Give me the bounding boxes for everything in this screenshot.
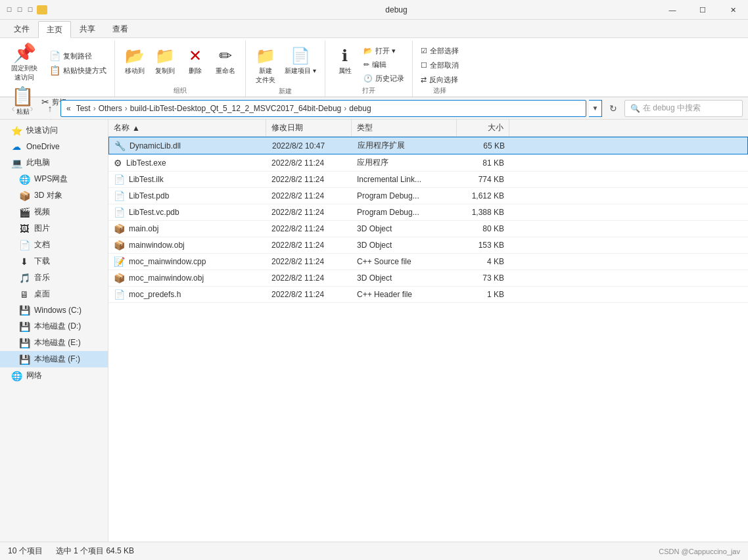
select-none-btn[interactable]: ☐ 全部取消 [418, 59, 461, 72]
file-icon: 📦 [114, 273, 125, 283]
quick-access-icon: ⭐ [11, 126, 22, 136]
ribbon-group-clipboard: 📌 固定到快速访问 📄 复制路径 📋 粘贴快捷方式 📋 粘贴 [3, 41, 115, 97]
file-row[interactable]: 🔧 DynamicLib.dll 2022/8/2 10:47 应用程序扩展 6… [108, 137, 748, 154]
up-button[interactable]: ↑ [42, 101, 58, 116]
open-icon: 📂 [363, 47, 373, 55]
file-name: moc_mainwindow.obj [129, 273, 204, 283]
sidebar-item-quick-access[interactable]: ⭐ 快速访问 [0, 122, 108, 139]
address-path[interactable]: « Test › Others › build-LibTest-Desktop_… [60, 100, 586, 117]
sidebar-item-this-pc[interactable]: 💻 此电脑 [0, 154, 108, 171]
select-none-icon: ☐ [421, 61, 427, 70]
open-btn[interactable]: 📂 打开 ▾ [361, 45, 407, 57]
path-seg-debug[interactable]: debug [349, 104, 371, 113]
sidebar-item-pictures[interactable]: 🖼 图片 [0, 220, 108, 237]
tab-share[interactable]: 共享 [71, 20, 104, 37]
select-buttons: ☑ 全部选择 ☐ 全部取消 ⇄ 反向选择 [418, 42, 461, 86]
paste-shortcut-button[interactable]: 📋 粘贴快捷方式 [47, 64, 109, 77]
sidebar-item-drive-c[interactable]: 💾 Windows (C:) [0, 302, 108, 318]
sidebar-item-drive-e[interactable]: 💾 本地磁盘 (E:) [0, 335, 108, 351]
file-list-header: 名称 ▲ 修改日期 类型 大小 [108, 120, 748, 137]
paste-shortcut-icon: 📋 [49, 65, 60, 76]
file-row[interactable]: ⚙ LibTest.exe 2022/8/2 11:24 应用程序 81 KB [108, 154, 748, 172]
sidebar-label-music: 音乐 [34, 272, 50, 283]
sidebar-item-drive-d[interactable]: 💾 本地磁盘 (D:) [0, 318, 108, 335]
sidebar-label-drive-e: 本地磁盘 (E:) [34, 337, 81, 348]
sidebar-item-documents[interactable]: 📄 文档 [0, 237, 108, 253]
copy-path-label: 复制路径 [63, 51, 92, 61]
pin-button[interactable]: 📌 固定到快速访问 [8, 42, 41, 84]
tab-home[interactable]: 主页 [38, 21, 71, 38]
path-seg-build[interactable]: build-LibTest-Desktop_Qt_5_12_2_MSVC2017… [130, 104, 342, 113]
file-icon: ⚙ [114, 158, 122, 168]
file-cell-type: Program Debug... [352, 205, 457, 220]
sidebar-item-wps[interactable]: 🌐 WPS网盘 [0, 171, 108, 187]
tab-view[interactable]: 查看 [104, 20, 137, 37]
edit-label: 编辑 [372, 60, 386, 70]
col-header-date[interactable]: 修改日期 [266, 120, 352, 136]
search-box[interactable]: 🔍 在 debug 中搜索 [624, 100, 743, 117]
file-cell-size: 1,612 KB [457, 189, 509, 203]
file-cell-name: 📄 LibTest.vc.pdb [108, 204, 266, 220]
refresh-button[interactable]: ↻ [605, 100, 622, 117]
file-name: LibTest.ilk [129, 175, 164, 184]
sidebar-label-onedrive: OneDrive [26, 142, 60, 151]
status-bar: 10 个项目 选中 1 个项目 64.5 KB CSDN @Cappuccino… [0, 542, 748, 560]
maximize-button[interactable]: ☐ [688, 0, 718, 20]
rename-button[interactable]: ✏ 重命名 [211, 45, 240, 78]
file-cell-date: 2022/8/2 11:24 [266, 254, 352, 269]
minimize-button[interactable]: — [657, 0, 688, 20]
history-label: 历史记录 [375, 74, 404, 83]
file-cell-name: ⚙ LibTest.exe [108, 155, 266, 171]
address-dropdown[interactable]: ▼ [589, 100, 602, 117]
sidebar-item-onedrive[interactable]: ☁ OneDrive [0, 139, 108, 154]
copy-to-button[interactable]: 📁 复制到 [151, 45, 179, 78]
file-row[interactable]: 📄 moc_predefs.h 2022/8/2 11:24 C++ Heade… [108, 287, 748, 303]
file-rows-container: 🔧 DynamicLib.dll 2022/8/2 10:47 应用程序扩展 6… [108, 137, 748, 303]
file-row[interactable]: 📦 mainwindow.obj 2022/8/2 11:24 3D Objec… [108, 237, 748, 254]
col-header-name[interactable]: 名称 ▲ [108, 120, 266, 136]
new-item-icon: 📄 [291, 47, 310, 65]
sidebar-item-drive-f[interactable]: 💾 本地磁盘 (F:) [0, 351, 108, 367]
forward-button[interactable]: › [24, 101, 39, 116]
close-button[interactable]: ✕ [718, 0, 748, 20]
file-row[interactable]: 📦 moc_mainwindow.obj 2022/8/2 11:24 3D O… [108, 270, 748, 287]
file-row[interactable]: 📦 main.obj 2022/8/2 11:24 3D Object 80 K… [108, 221, 748, 237]
file-icon: 📦 [114, 240, 125, 250]
edit-btn[interactable]: ✏ 编辑 [361, 58, 407, 71]
file-row[interactable]: 📝 moc_mainwindow.cpp 2022/8/2 11:24 C++ … [108, 254, 748, 270]
copy-path-button[interactable]: 📄 复制路径 [47, 49, 109, 62]
file-cell-name: 📦 mainwindow.obj [108, 237, 266, 253]
organize-label: 组织 [174, 86, 187, 97]
delete-button[interactable]: ✕ 删除 [181, 45, 210, 78]
tab-file[interactable]: 文件 [5, 20, 38, 37]
file-row[interactable]: 📄 LibTest.ilk 2022/8/2 11:24 Incremental… [108, 172, 748, 188]
file-icon: 📄 [114, 289, 125, 300]
file-name: moc_mainwindow.cpp [129, 257, 206, 266]
sidebar-item-network[interactable]: 🌐 网络 [0, 367, 108, 384]
file-cell-date: 2022/8/2 10:47 [267, 139, 352, 153]
new-item-button[interactable]: 📄 新建项目 ▾ [281, 45, 319, 78]
history-btn[interactable]: 🕐 历史记录 [361, 72, 407, 85]
back-button[interactable]: ‹ [5, 101, 21, 116]
move-to-button[interactable]: 📂 移动到 [120, 45, 149, 78]
delete-icon: ✕ [189, 47, 202, 65]
file-row[interactable]: 📄 LibTest.pdb 2022/8/2 11:24 Program Deb… [108, 188, 748, 204]
select-all-btn[interactable]: ☑ 全部选择 [418, 45, 461, 57]
sidebar-item-desktop[interactable]: 🖥 桌面 [0, 286, 108, 302]
new-folder-button[interactable]: 📁 新建文件夹 [251, 45, 280, 87]
sidebar-item-videos[interactable]: 🎬 视频 [0, 204, 108, 220]
properties-button[interactable]: ℹ 属性 [331, 45, 360, 78]
address-bar: ‹ › ↑ « Test › Others › build-LibTest-De… [0, 97, 748, 120]
file-icon: 📦 [114, 223, 125, 234]
sidebar-item-downloads[interactable]: ⬇ 下载 [0, 253, 108, 269]
file-name: DynamicLib.dll [129, 141, 181, 151]
file-cell-date: 2022/8/2 11:24 [266, 222, 352, 236]
sidebar-item-music[interactable]: 🎵 音乐 [0, 269, 108, 286]
path-seg-others[interactable]: Others [99, 104, 122, 113]
col-header-size[interactable]: 大小 [457, 120, 509, 136]
invert-select-btn[interactable]: ⇄ 反向选择 [418, 74, 461, 86]
sidebar-item-3d[interactable]: 📦 3D 对象 [0, 187, 108, 204]
file-row[interactable]: 📄 LibTest.vc.pdb 2022/8/2 11:24 Program … [108, 204, 748, 221]
col-header-type[interactable]: 类型 [352, 120, 457, 136]
path-seg-test[interactable]: Test [76, 104, 91, 113]
